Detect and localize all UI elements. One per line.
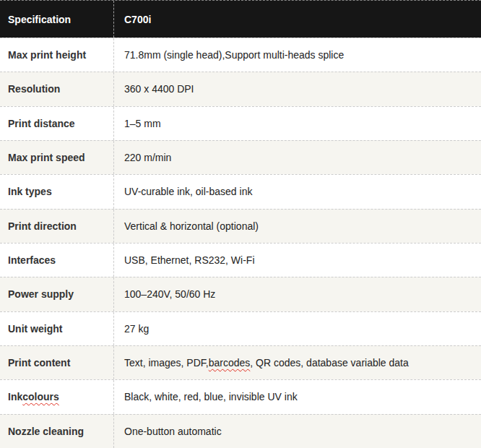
spec-label: Nozzle cleaning: [0, 415, 114, 448]
spec-label: Interfaces: [0, 244, 114, 277]
spec-label: Max print speed: [0, 141, 114, 174]
table-header-row: Specification C700i: [0, 0, 481, 38]
table-row: Ink colours Black, white, red, blue, inv…: [0, 379, 481, 413]
table-row: Print distance 1–5 mm: [0, 106, 481, 140]
spec-label: Max print height: [0, 38, 114, 72]
table-row: Print direction Vertical & horizontal (o…: [0, 209, 481, 243]
spec-label: Print distance: [0, 107, 114, 140]
spec-value: 27 kg: [114, 312, 481, 345]
spec-value: Black, white, red, blue, invisible UV in…: [114, 380, 481, 413]
table-row: Max print height 71.8mm (single head),Su…: [0, 38, 481, 72]
spec-value: 220 m/min: [114, 141, 481, 174]
spec-value: UV-curable ink, oil-based ink: [114, 175, 481, 208]
header-model: C700i: [114, 1, 481, 38]
misspelled-word: colours: [22, 391, 59, 402]
spec-value: 71.8mm (single head),Support multi-heads…: [114, 38, 481, 72]
table-row: Max print speed 220 m/min: [0, 140, 481, 174]
spec-value: 1–5 mm: [114, 107, 481, 140]
table-row: Resolution 360 x 4400 DPI: [0, 72, 481, 105]
table-row: Power supply 100–240V, 50/60 Hz: [0, 277, 481, 311]
misspelled-word: barcodes: [209, 357, 251, 369]
specification-table: Specification C700i Max print height 71.…: [0, 0, 481, 448]
table-body: Max print height 71.8mm (single head),Su…: [0, 38, 481, 448]
spec-label: Ink types: [0, 175, 114, 208]
table-row: Nozzle cleaning One-button automatic: [0, 414, 481, 448]
spec-value: 100–240V, 50/60 Hz: [114, 277, 481, 311]
spec-value: 360 x 4400 DPI: [114, 72, 481, 105]
table-row: Print content Text, images, PDF, barcode…: [0, 345, 481, 379]
spec-label: Print content: [0, 346, 114, 379]
spec-label: Power supply: [0, 277, 114, 311]
spec-value: One-button automatic: [114, 415, 481, 448]
table-row: Unit weight 27 kg: [0, 311, 481, 345]
spec-value: Vertical & horizontal (optional): [114, 210, 481, 243]
spec-value: USB, Ethernet, RS232, Wi-Fi: [114, 244, 481, 277]
table-row: Interfaces USB, Ethernet, RS232, Wi-Fi: [0, 243, 481, 277]
table-row: Ink types UV-curable ink, oil-based ink: [0, 174, 481, 208]
spec-label: Ink colours: [0, 380, 114, 413]
header-specification: Specification: [0, 1, 114, 38]
spec-label: Resolution: [0, 72, 114, 105]
spec-label: Unit weight: [0, 312, 114, 345]
spec-label: Print direction: [0, 210, 114, 243]
spec-value: Text, images, PDF, barcodes, QR codes, d…: [114, 346, 481, 379]
